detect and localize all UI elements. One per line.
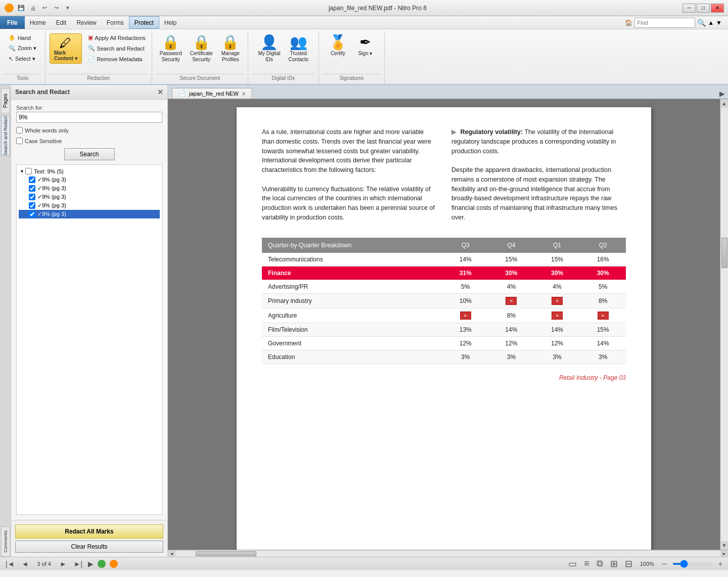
- grid-view-btn[interactable]: ⊟: [623, 558, 634, 569]
- horizontal-scrollbar[interactable]: ◄ ►: [168, 550, 728, 557]
- row-q1: 3%: [534, 350, 580, 364]
- find-prev-btn[interactable]: ▲: [708, 19, 714, 26]
- ribbon-group-secure: 🔒 PasswordSecurity 🔒 CertificateSecurity…: [152, 31, 248, 84]
- manage-profiles-btn[interactable]: 🔒 ManageProfiles: [218, 33, 243, 65]
- result-checkbox-2[interactable]: [29, 185, 35, 192]
- menu-edit[interactable]: Edit: [51, 16, 72, 29]
- table-row-finance: Finance 31% 30% 30% 30%: [262, 266, 626, 280]
- next-page-btn[interactable]: ►: [58, 560, 68, 568]
- zoom-in-btn[interactable]: +: [717, 560, 724, 568]
- vertical-scrollbar[interactable]: ▲ ▼: [720, 99, 728, 550]
- result-item-5[interactable]: ✓9% (pg 3): [19, 210, 160, 218]
- maximize-button[interactable]: □: [697, 4, 710, 13]
- digital-id-icon: 👤: [260, 35, 278, 50]
- sign-btn[interactable]: ✒ Sign ▾: [352, 33, 378, 59]
- ribbon-group-signatures: 🏅 Certify ✒ Sign ▾ Signatures: [319, 31, 385, 84]
- qa-print[interactable]: 🖨: [28, 3, 38, 13]
- table-row: Advertising/PR 5% 4% 4% 5%: [262, 280, 626, 293]
- select-tool-btn[interactable]: ↖Select ▾: [7, 55, 38, 63]
- two-page-view-btn[interactable]: ⧉: [595, 558, 605, 569]
- mark-content-btn[interactable]: 🖊 MarkContent ▾: [50, 33, 82, 64]
- scroll-down-btn[interactable]: ▼: [720, 541, 728, 550]
- play-btn[interactable]: ▶: [88, 560, 94, 568]
- tab-close-btn[interactable]: ✕: [242, 91, 246, 97]
- result-checkbox-1[interactable]: [29, 176, 35, 183]
- tab-label: japan_file_red NEW: [189, 91, 239, 97]
- doc-tab-1[interactable]: 📄 japan_file_red NEW ✕: [172, 88, 252, 99]
- qa-redo[interactable]: ↪: [51, 3, 61, 13]
- qa-save[interactable]: 💾: [16, 3, 26, 13]
- scroll-up-btn[interactable]: ▲: [720, 99, 728, 108]
- table-row: Agriculture 8%: [262, 308, 626, 323]
- tab-scroll-btn[interactable]: ▶: [716, 88, 728, 99]
- pages-tab[interactable]: Pages: [1, 88, 10, 113]
- secure-label: Secure Document: [156, 74, 244, 82]
- qa-undo[interactable]: ↩: [39, 3, 50, 13]
- finance-q1: 30%: [534, 266, 580, 280]
- menu-home[interactable]: Home: [25, 16, 51, 29]
- zoom-out-btn[interactable]: ─: [660, 560, 668, 568]
- redact-mark: [598, 312, 609, 320]
- green-status-btn[interactable]: [98, 560, 106, 568]
- menu-review[interactable]: Review: [71, 16, 101, 29]
- redact-mark: [460, 312, 471, 320]
- menu-forms[interactable]: Forms: [102, 16, 129, 29]
- qa-dropdown[interactable]: ▾: [63, 3, 73, 13]
- h-scroll-track[interactable]: [175, 551, 720, 557]
- scroll-track[interactable]: [721, 108, 728, 541]
- result-checkbox-4[interactable]: [29, 202, 35, 209]
- find-search-btn[interactable]: 🔍: [697, 19, 706, 27]
- password-security-btn[interactable]: 🔒 PasswordSecurity: [157, 33, 185, 65]
- apply-all-redactions-btn[interactable]: ▣ Apply All Redactions: [86, 33, 148, 42]
- case-sensitive-checkbox[interactable]: [16, 138, 23, 144]
- doc-content[interactable]: As a rule, international costs are highe…: [168, 99, 720, 550]
- result-parent-checkbox[interactable]: [25, 168, 32, 174]
- row-q3: 10%: [442, 293, 488, 308]
- menu-file[interactable]: File: [0, 16, 25, 29]
- row-q2-redact: [580, 308, 626, 323]
- result-group: ▾ Text: 9% (5) ✓9% (pg 3) ✓9% (pg 3): [17, 165, 162, 220]
- panel-close-btn[interactable]: ✕: [157, 88, 163, 96]
- last-page-btn[interactable]: ►|: [72, 560, 84, 568]
- redact-all-marks-btn[interactable]: Redact All Marks: [15, 524, 163, 539]
- hand-tool-btn[interactable]: ✋Hand: [7, 33, 38, 42]
- find-next-btn[interactable]: ▼: [716, 19, 722, 26]
- doc-page: As a rule, international costs are highe…: [237, 107, 651, 550]
- certify-btn[interactable]: 🏅 Certify: [325, 33, 350, 59]
- certificate-security-btn[interactable]: 🔒 CertificateSecurity: [187, 33, 216, 65]
- trusted-contacts-btn[interactable]: 👥 TrustedContacts: [286, 33, 311, 65]
- comments-tab[interactable]: Comments: [1, 526, 10, 557]
- zoom-slider[interactable]: [672, 563, 713, 565]
- search-button[interactable]: Search: [64, 148, 115, 160]
- minimize-button[interactable]: ─: [682, 4, 696, 13]
- find-input[interactable]: [634, 18, 695, 28]
- close-button[interactable]: ✕: [711, 4, 724, 13]
- search-and-redact-btn[interactable]: 🔍 Search and Redact: [86, 44, 148, 53]
- clear-results-btn[interactable]: Clear Results: [15, 541, 163, 553]
- search-input[interactable]: [16, 112, 162, 123]
- result-item-4[interactable]: ✓9% (pg 3): [19, 201, 160, 210]
- single-page-view-btn[interactable]: ▭: [567, 558, 578, 569]
- remove-metadata-btn[interactable]: 📄 Remove Metadata: [86, 55, 148, 63]
- menu-protect[interactable]: Protect: [129, 16, 159, 29]
- scroll-thumb[interactable]: [721, 238, 727, 268]
- zoom-tool-btn[interactable]: 🔍Zoom ▾: [7, 44, 38, 53]
- menu-help[interactable]: Help: [159, 16, 182, 29]
- h-scroll-right-btn[interactable]: ►: [720, 551, 728, 556]
- h-scroll-left-btn[interactable]: ◄: [168, 551, 175, 556]
- whole-words-checkbox[interactable]: [16, 127, 23, 134]
- first-page-btn[interactable]: |◄: [4, 560, 16, 568]
- row-q3-redact: [442, 308, 488, 323]
- search-redact-tab[interactable]: Search and Redact: [1, 115, 10, 156]
- result-checkbox-5[interactable]: [29, 211, 35, 217]
- continuous-view-btn[interactable]: ≡: [582, 558, 591, 569]
- h-scroll-thumb[interactable]: [196, 551, 256, 556]
- result-item-1[interactable]: ✓9% (pg 3): [19, 175, 160, 184]
- result-item-3[interactable]: ✓9% (pg 3): [19, 193, 160, 201]
- orange-status-btn[interactable]: [110, 560, 118, 568]
- prev-page-btn[interactable]: ◄: [20, 560, 30, 568]
- spread-view-btn[interactable]: ⊞: [609, 558, 619, 569]
- my-digital-ids-btn[interactable]: 👤 My DigitalIDs: [255, 33, 284, 65]
- result-checkbox-3[interactable]: [29, 194, 35, 200]
- result-item-2[interactable]: ✓9% (pg 3): [19, 184, 160, 193]
